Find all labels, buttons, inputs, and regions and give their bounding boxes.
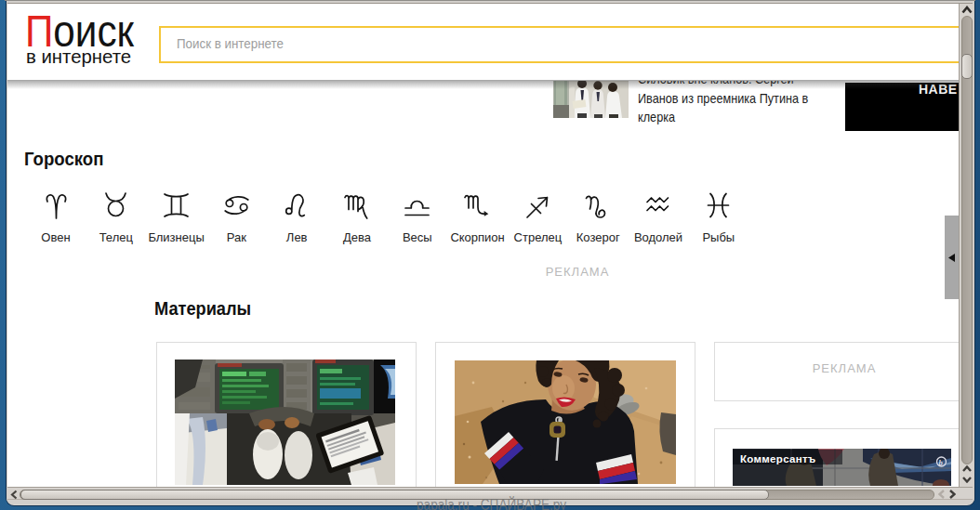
svg-text:b: b (939, 458, 943, 467)
svg-text:Коммерсантъ: Коммерсантъ (740, 453, 816, 464)
